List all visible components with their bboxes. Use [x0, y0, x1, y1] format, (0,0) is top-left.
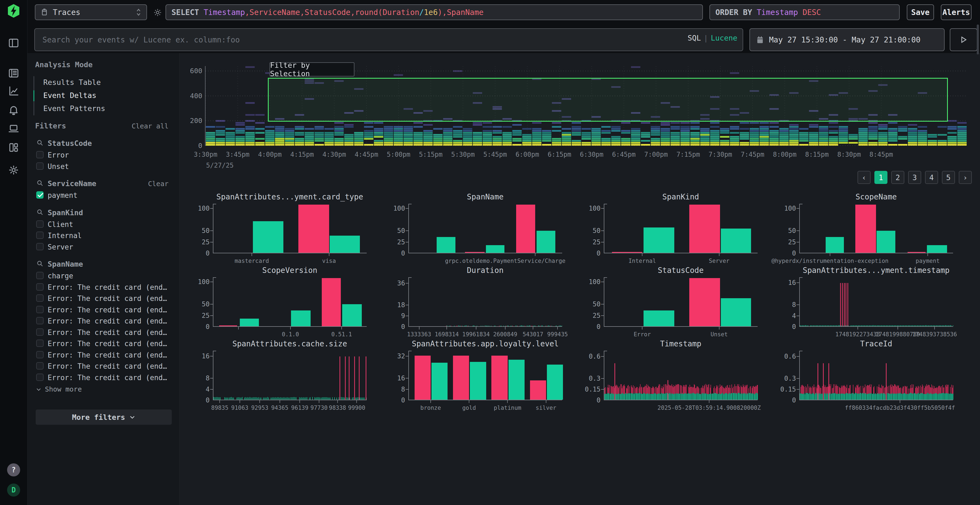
pagination-page-1[interactable]: 1 [874, 171, 888, 184]
mini-chart-plot[interactable] [799, 204, 953, 253]
alerts-button[interactable]: Alerts [941, 4, 972, 20]
pagination-prev-button[interactable]: ‹ [858, 171, 870, 184]
bar-green[interactable] [342, 304, 362, 326]
bar-pink[interactable] [219, 326, 237, 326]
bar-green[interactable] [291, 310, 310, 326]
bar-green[interactable] [330, 236, 360, 253]
filter-option-label[interactable]: Unset [48, 162, 69, 171]
bar-green[interactable] [644, 227, 674, 253]
clear-all-filters-link[interactable]: Clear all [132, 122, 169, 130]
bar-pink[interactable] [689, 278, 720, 326]
filter-option-label[interactable]: Error: The credit card (end… [48, 351, 167, 359]
mini-chart-plot[interactable] [604, 277, 757, 327]
avatar[interactable]: D [7, 483, 20, 497]
mini-chart-plot[interactable] [799, 277, 953, 327]
bar-green[interactable] [470, 362, 486, 400]
mini-chart-plot[interactable] [408, 351, 562, 400]
bar-green[interactable] [547, 365, 563, 400]
bar-pink[interactable] [298, 205, 329, 253]
mini-chart-plot[interactable] [213, 277, 367, 327]
rail-chart-line-icon[interactable] [8, 85, 20, 97]
filter-option-label[interactable]: Error [48, 151, 69, 159]
bar-pink[interactable] [689, 205, 720, 253]
filter-checkbox-unchecked[interactable] [36, 283, 43, 291]
filter-checkbox-unchecked[interactable] [36, 329, 43, 336]
mini-chart-plot[interactable] [213, 351, 367, 400]
filter-option-label[interactable]: Internal [48, 232, 82, 240]
pagination-next-button[interactable]: › [959, 171, 972, 184]
filter-checkbox-unchecked[interactable] [36, 351, 43, 358]
filter-group-search-icon[interactable] [36, 139, 43, 148]
bar-green[interactable] [721, 229, 751, 253]
filter-by-selection-tooltip[interactable]: Filter by Selection [269, 62, 355, 76]
rail-news-icon[interactable] [8, 67, 20, 79]
filter-checkbox-unchecked[interactable] [36, 294, 43, 302]
query-language-toggle[interactable]: SQL|Lucene [687, 34, 737, 42]
filter-option-label[interactable]: Client [48, 221, 73, 229]
search-input[interactable] [34, 28, 743, 51]
pagination-page-4[interactable]: 4 [925, 171, 938, 184]
filter-option-label[interactable]: Error: The credit card (end… [48, 283, 167, 291]
mini-chart-plot[interactable] [408, 277, 562, 327]
bar-pink[interactable] [516, 205, 535, 253]
scrollbar-thumb[interactable] [977, 24, 979, 54]
bar-green[interactable] [644, 310, 674, 326]
bar-green[interactable] [536, 231, 555, 253]
filter-option-label[interactable]: Error: The credit card (end… [48, 306, 167, 314]
show-more-link[interactable]: Show more [36, 385, 82, 393]
source-select[interactable]: Traces [35, 4, 147, 20]
bar-green[interactable] [253, 221, 283, 253]
filter-option-label[interactable]: charge [48, 272, 73, 280]
filter-checkbox-unchecked[interactable] [36, 306, 43, 313]
mini-chart-plot[interactable] [799, 351, 953, 400]
analysis-mode-item-event-patterns[interactable]: Event Patterns [43, 104, 105, 113]
date-range-picker[interactable]: May 27 15:30:00 - May 27 21:00:00 [749, 28, 945, 51]
lucene-toggle-label[interactable]: Lucene [711, 34, 737, 42]
heatmap-selection-rect[interactable] [268, 78, 948, 121]
more-filters-button[interactable]: More filters [36, 410, 172, 425]
rail-gear-icon[interactable] [8, 164, 20, 176]
filter-group-search-icon[interactable] [36, 179, 43, 188]
bar-pink[interactable] [855, 205, 876, 253]
filter-checkbox-unchecked[interactable] [36, 272, 43, 279]
pagination-page-2[interactable]: 2 [891, 171, 904, 184]
bar-pink[interactable] [415, 356, 431, 400]
order-by-input[interactable]: ORDER BY Timestamp DESC [710, 4, 900, 20]
filter-checkbox-unchecked[interactable] [36, 243, 43, 250]
bar-green[interactable] [437, 237, 455, 253]
help-button[interactable]: ? [7, 464, 20, 476]
bar-pink[interactable] [492, 356, 508, 400]
mini-chart-plot[interactable] [408, 204, 562, 253]
bar-green[interactable] [431, 363, 447, 400]
filter-checkbox-checked[interactable] [36, 191, 43, 199]
filter-option-label[interactable]: Server [48, 243, 73, 251]
filter-group-clear-link[interactable]: Clear [148, 180, 169, 188]
pagination-page-3[interactable]: 3 [908, 171, 921, 184]
rail-panel-left-icon[interactable] [8, 37, 20, 49]
filter-option-label[interactable]: Error: The credit card (end… [48, 317, 167, 325]
app-logo[interactable] [7, 4, 20, 19]
filter-group-search-icon[interactable] [36, 260, 43, 268]
bar-pink[interactable] [465, 252, 485, 253]
pagination-page-5[interactable]: 5 [942, 171, 955, 184]
filter-option-label[interactable]: Error: The credit card (end… [48, 294, 167, 303]
mini-chart-plot[interactable] [213, 204, 367, 253]
filter-option-label[interactable]: Error: The credit card (end… [48, 329, 167, 337]
filter-option-label[interactable]: payment [48, 191, 78, 199]
bar-green[interactable] [826, 237, 844, 253]
analysis-mode-item-results-table[interactable]: Results Table [43, 78, 101, 87]
bar-pink[interactable] [322, 278, 341, 326]
bar-pink[interactable] [908, 252, 926, 253]
rail-layout-grid-icon[interactable] [8, 141, 20, 154]
filter-checkbox-unchecked[interactable] [36, 162, 43, 170]
run-query-button[interactable] [950, 28, 977, 51]
filter-checkbox-unchecked[interactable] [36, 151, 43, 158]
filter-checkbox-unchecked[interactable] [36, 232, 43, 239]
filter-option-label[interactable]: Error: The credit card (end… [48, 362, 167, 370]
filter-checkbox-unchecked[interactable] [36, 340, 43, 347]
filter-checkbox-unchecked[interactable] [36, 362, 43, 370]
bar-green[interactable] [240, 319, 259, 326]
bar-pink[interactable] [453, 356, 469, 400]
bar-green[interactable] [486, 245, 505, 253]
filter-option-label[interactable]: Error: The credit card (end… [48, 340, 167, 348]
